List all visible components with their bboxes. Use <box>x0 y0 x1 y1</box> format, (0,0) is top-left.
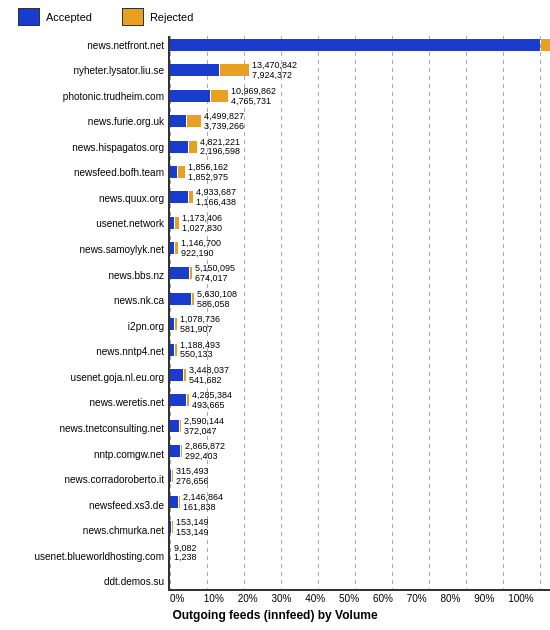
bars-area: 101,263,31885,148,14013,470,8427,924,372… <box>168 36 550 591</box>
y-label: news.bbs.nz <box>8 266 164 284</box>
val-rejected: 161,838 <box>183 503 223 513</box>
y-label: i2pn.org <box>8 317 164 335</box>
bar-accepted <box>170 496 178 508</box>
bar-accepted <box>170 90 210 102</box>
legend-accepted-label: Accepted <box>46 11 92 23</box>
bar-row: 9,0821,238 <box>170 544 550 562</box>
bar-rows: 101,263,31885,148,14013,470,8427,924,372… <box>170 36 550 589</box>
y-label: news.corradoroberto.it <box>8 471 164 489</box>
y-label: ddt.demos.su <box>8 573 164 591</box>
bar-values: 10,969,8624,765,731 <box>231 87 276 107</box>
val-rejected: 1,238 <box>174 553 197 563</box>
bar-rejected <box>180 420 181 432</box>
bar-values: 13,470,8427,924,372 <box>252 61 297 81</box>
x-axis-label: 100% <box>508 593 542 604</box>
bar-row: 4,285,384493,665 <box>170 391 550 409</box>
y-label: news.nk.ca <box>8 292 164 310</box>
bar-row: 1,188,493550,133 <box>170 341 550 359</box>
bar-accepted <box>170 369 183 381</box>
bar-accepted <box>170 318 174 330</box>
y-label: nntp.comgw.net <box>8 445 164 463</box>
bar-row: 1,856,1621,852,975 <box>170 163 550 181</box>
val-rejected: 153,149 <box>176 528 209 538</box>
bar-rejected <box>179 496 180 508</box>
legend: Accepted Rejected <box>18 8 542 26</box>
y-label: usenet.goja.nl.eu.org <box>8 368 164 386</box>
bar-row: 13,470,8427,924,372 <box>170 61 550 79</box>
bar-values: 5,630,108586,058 <box>197 290 237 310</box>
bar-rejected <box>192 293 194 305</box>
val-rejected: 7,924,372 <box>252 71 297 81</box>
x-axis-label: 0% <box>170 593 204 604</box>
bar-rejected <box>187 115 201 127</box>
bar-values: 5,150,095674,017 <box>195 264 235 284</box>
bar-row: 4,499,8273,739,266 <box>170 112 550 130</box>
x-axis-title: Outgoing feeds (innfeed) by Volume <box>8 608 542 622</box>
val-rejected: 372,047 <box>184 427 224 437</box>
x-axis-label: 20% <box>238 593 272 604</box>
bar-values: 4,933,6871,166,438 <box>196 188 236 208</box>
bar-accepted <box>170 394 186 406</box>
bar-row: 1,173,4061,027,830 <box>170 214 550 232</box>
y-label: news.chmurka.net <box>8 522 164 540</box>
bar-accepted <box>170 217 174 229</box>
bar-values: 1,078,736581,907 <box>180 315 220 335</box>
y-label: news.quux.org <box>8 189 164 207</box>
bar-rejected <box>181 445 182 457</box>
bar-row: 1,146,700922,190 <box>170 239 550 257</box>
legend-rejected: Rejected <box>122 8 193 26</box>
bar-rejected <box>175 242 178 254</box>
bar-row: 2,865,872292,403 <box>170 442 550 460</box>
bar-row: 101,263,31885,148,140 <box>170 36 550 54</box>
bar-values: 4,499,8273,739,266 <box>204 112 244 132</box>
y-label: usenet.network <box>8 215 164 233</box>
bar-accepted <box>170 166 177 178</box>
bar-row: 1,078,736581,907 <box>170 315 550 333</box>
y-label: nyheter.lysator.liu.se <box>8 62 164 80</box>
bar-row: 4,933,6871,166,438 <box>170 188 550 206</box>
x-axis-label: 90% <box>474 593 508 604</box>
bar-values: 315,493276,656 <box>176 467 209 487</box>
bar-accepted <box>170 191 188 203</box>
bar-row: 2,590,144372,047 <box>170 417 550 435</box>
bar-values: 1,173,4061,027,830 <box>182 214 222 234</box>
rejected-color-box <box>122 8 144 26</box>
x-axis-label: 80% <box>441 593 475 604</box>
bar-values: 2,590,144372,047 <box>184 417 224 437</box>
y-label: news.furie.org.uk <box>8 113 164 131</box>
val-rejected: 550,133 <box>180 350 220 360</box>
y-label: news.hispagatos.org <box>8 138 164 156</box>
bar-row: 5,630,108586,058 <box>170 290 550 308</box>
bar-accepted <box>170 115 186 127</box>
x-axis-label: 40% <box>305 593 339 604</box>
bar-row: 2,146,864161,838 <box>170 493 550 511</box>
bar-rejected <box>189 191 193 203</box>
bar-accepted <box>170 445 180 457</box>
bar-values: 4,285,384493,665 <box>192 391 232 411</box>
bar-values: 1,146,700922,190 <box>181 239 221 259</box>
val-rejected: 292,403 <box>185 452 225 462</box>
val-rejected: 586,058 <box>197 300 237 310</box>
y-label: news.samoylyk.net <box>8 241 164 259</box>
y-label: news.netfront.net <box>8 36 164 54</box>
bar-accepted <box>170 470 171 482</box>
chart-container: Accepted Rejected news.netfront.netnyhet… <box>0 0 550 630</box>
val-rejected: 922,190 <box>181 249 221 259</box>
x-axis-labels: 0%10%20%30%40%50%60%70%80%90%100% <box>170 593 542 604</box>
bar-values: 2,865,872292,403 <box>185 442 225 462</box>
val-rejected: 581,907 <box>180 325 220 335</box>
x-axis-label: 10% <box>204 593 238 604</box>
bar-rejected <box>190 267 192 279</box>
bar-rejected <box>211 90 228 102</box>
bar-rejected <box>175 217 179 229</box>
bar-rejected <box>172 521 173 533</box>
val-rejected: 4,765,731 <box>231 97 276 107</box>
val-rejected: 493,665 <box>192 401 232 411</box>
x-axis-label: 60% <box>373 593 407 604</box>
x-axis-label: 30% <box>271 593 305 604</box>
bar-rejected <box>172 470 173 482</box>
bar-accepted <box>170 420 179 432</box>
bar-rejected <box>187 394 189 406</box>
val-rejected: 1,852,975 <box>188 173 228 183</box>
legend-rejected-label: Rejected <box>150 11 193 23</box>
